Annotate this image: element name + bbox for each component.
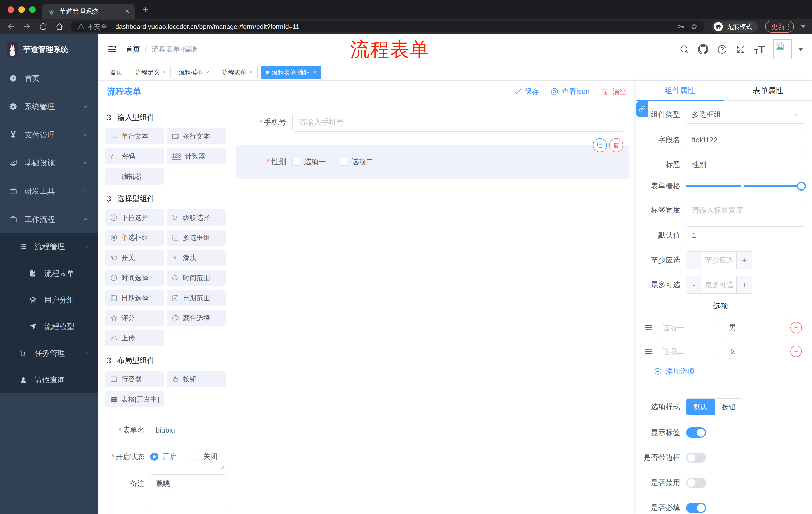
github-icon[interactable]: [698, 44, 708, 55]
sidebar-item-system[interactable]: 系统管理: [0, 92, 98, 121]
component-type-select[interactable]: 多选框组: [686, 106, 806, 124]
forward-icon[interactable]: [23, 22, 32, 31]
search-icon[interactable]: [679, 44, 689, 54]
style-default-button[interactable]: 默认: [686, 399, 715, 415]
palette-item-rate[interactable]: 评分: [105, 310, 164, 326]
gender-option-1[interactable]: 选项一: [292, 157, 326, 167]
help-icon[interactable]: [717, 44, 727, 54]
back-icon[interactable]: [6, 22, 16, 31]
canvas-phone-field[interactable]: *手机号: [236, 113, 629, 132]
close-window-button[interactable]: [7, 6, 14, 13]
show-label-toggle[interactable]: [686, 428, 706, 437]
phone-input[interactable]: [292, 113, 624, 132]
grid-slider[interactable]: [686, 182, 806, 191]
collapse-sidebar-icon[interactable]: [107, 44, 117, 54]
palette-item-textarea[interactable]: 多行文本: [167, 128, 226, 144]
tab-close-icon[interactable]: ×: [125, 7, 129, 15]
tag-process-form[interactable]: 流程表单×: [218, 66, 258, 79]
checkbox-icon[interactable]: [340, 158, 347, 166]
palette-item-editor[interactable]: 编辑器: [105, 168, 164, 185]
slider-handle[interactable]: [797, 182, 806, 191]
stepper-plus-button[interactable]: +: [736, 252, 752, 269]
zoom-window-button[interactable]: [29, 6, 36, 13]
option-value-input[interactable]: [724, 319, 787, 336]
stepper-value[interactable]: 最多可选: [702, 276, 736, 294]
form-remark-textarea[interactable]: 嘿嘿: [150, 474, 226, 512]
resize-handle-icon[interactable]: [220, 465, 225, 470]
gender-option-2[interactable]: 选项二: [340, 157, 373, 167]
stepper-value[interactable]: 至少应选: [702, 252, 736, 269]
palette-item-checkbox-group[interactable]: 多选框组: [167, 229, 226, 246]
browser-menu-icon[interactable]: [788, 24, 789, 30]
reload-icon[interactable]: [39, 22, 48, 31]
palette-item-button[interactable]: 按钮: [167, 371, 226, 387]
drag-handle-icon[interactable]: [644, 323, 653, 332]
tag-close-icon[interactable]: ×: [250, 69, 253, 76]
title-input[interactable]: [686, 156, 806, 174]
palette-item-switch[interactable]: 开关: [105, 250, 164, 266]
minimize-window-button[interactable]: [18, 6, 25, 13]
status-on-radio[interactable]: 开启: [150, 452, 177, 462]
form-name-input[interactable]: [150, 421, 226, 439]
tag-process-model[interactable]: 流程模型×: [174, 66, 214, 79]
palette-item-cascader[interactable]: 级联选择: [167, 210, 226, 225]
field-name-input[interactable]: [686, 131, 806, 149]
security-status[interactable]: 不安全: [77, 22, 107, 31]
tag-close-icon[interactable]: ×: [313, 69, 316, 76]
option-label-input[interactable]: [657, 319, 720, 336]
tag-process-form-edit[interactable]: 流程表单-编辑×: [261, 66, 321, 79]
palette-item-date-range[interactable]: 日期范围: [167, 290, 226, 306]
font-size-icon[interactable]: TT: [754, 44, 765, 55]
palette-item-time[interactable]: 时间选择: [105, 270, 164, 286]
clear-button[interactable]: 清空: [601, 86, 627, 97]
sidebar-item-process-model[interactable]: 流程模型: [0, 313, 98, 340]
tag-close-icon[interactable]: ×: [206, 69, 209, 76]
stepper-plus-button[interactable]: +: [736, 276, 752, 294]
disabled-toggle[interactable]: [686, 478, 706, 488]
home-icon[interactable]: [55, 22, 64, 31]
save-button[interactable]: 保存: [513, 86, 539, 97]
sidebar-item-leave-query[interactable]: 请假查询: [0, 367, 98, 393]
sidebar-item-infra[interactable]: 基础设施: [0, 149, 98, 177]
sidebar-item-process-form[interactable]: 流程表单: [0, 260, 98, 287]
sidebar-item-workflow[interactable]: 工作流程: [0, 205, 98, 233]
breadcrumb-home[interactable]: 首页: [126, 44, 140, 54]
link-tab[interactable]: [636, 101, 648, 117]
browser-tab[interactable]: 芋道管理系统 ×: [42, 4, 135, 19]
avatar[interactable]: [773, 39, 792, 59]
sidebar-logo[interactable]: 芋道管理系统: [0, 34, 98, 64]
sidebar-item-process-manage[interactable]: 流程管理: [0, 233, 98, 260]
tab-component-props[interactable]: 组件属性: [636, 81, 724, 100]
view-json-button[interactable]: 查看json: [550, 86, 590, 97]
palette-item-counter[interactable]: 123计数器: [167, 148, 226, 164]
checkbox-icon[interactable]: [292, 158, 300, 166]
delete-component-button[interactable]: [609, 138, 623, 152]
user-menu-caret-icon[interactable]: [799, 48, 803, 51]
option-value-input[interactable]: [724, 343, 787, 360]
stepper-minus-button[interactable]: -: [686, 252, 702, 269]
add-option-button[interactable]: 添加选项: [654, 367, 806, 376]
url-text[interactable]: dashboard.yudao.iocoder.cn/bpm/manager/f…: [115, 23, 672, 31]
sidebar-item-home[interactable]: 首页: [0, 64, 98, 92]
canvas-gender-field-selected[interactable]: *性别 选项一 选项二: [236, 145, 629, 179]
palette-item-upload[interactable]: 上传: [105, 330, 164, 346]
palette-item-password[interactable]: 密码: [105, 148, 164, 164]
label-width-input[interactable]: [686, 201, 806, 219]
stepper-minus-button[interactable]: -: [686, 276, 702, 294]
sidebar-item-devtools[interactable]: 研发工具: [0, 177, 98, 205]
palette-item-row-container[interactable]: 行容器: [105, 371, 164, 387]
address-bar[interactable]: 不安全 dashboard.yudao.iocoder.cn/bpm/manag…: [71, 21, 705, 32]
remove-option-button[interactable]: [790, 322, 802, 333]
new-tab-button[interactable]: +: [142, 4, 149, 15]
tag-close-icon[interactable]: ×: [163, 69, 166, 76]
fullscreen-icon[interactable]: [736, 44, 746, 54]
palette-item-date[interactable]: 日期选择: [105, 290, 164, 306]
style-button-button[interactable]: 按钮: [715, 399, 743, 415]
palette-item-radio-group[interactable]: 单选框组: [105, 229, 164, 246]
palette-item-table[interactable]: 表格[开发中]: [105, 391, 164, 407]
palette-item-text[interactable]: 单行文本: [105, 128, 164, 144]
status-off-radio[interactable]: 关闭: [191, 452, 218, 462]
key-icon[interactable]: [676, 23, 685, 31]
duplicate-component-button[interactable]: [593, 138, 607, 152]
remove-option-button[interactable]: [790, 346, 802, 357]
